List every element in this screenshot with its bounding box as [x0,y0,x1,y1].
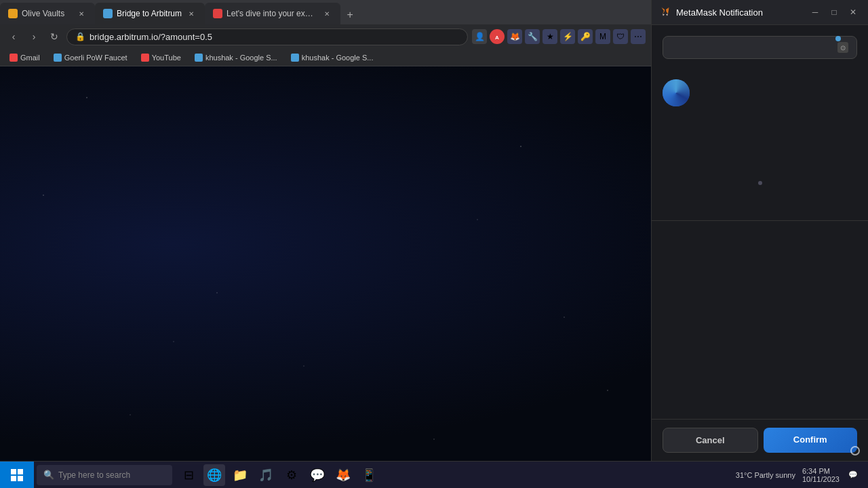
taskbar-icons: ⊟ 🌐 📁 🎵 ⚙ 💬 🦊 📱 [172,464,728,486]
search-icon: 🔍 [43,470,54,480]
back-button[interactable]: ‹ [5,28,22,45]
bookmark-favicon [141,54,149,62]
bookmark-label: khushak - Google S... [302,54,374,62]
bookmark-label: khushak - Google S... [205,54,277,62]
taskbar-icon6[interactable]: 📱 [358,464,380,486]
taskbar-icon4[interactable]: 💬 [307,464,328,486]
mm-divider [652,220,868,221]
taskbar: 🔍 Type here to search ⊟ 🌐 📁 🎵 ⚙ 💬 🦊 📱 31… [0,461,868,488]
reload-button[interactable]: ↻ [46,28,62,45]
minimize-button[interactable]: ─ [808,5,822,19]
ext9-icon[interactable]: ⋯ [631,29,646,44]
bookmark-khushak1[interactable]: khushak - Google S... [191,52,281,63]
confirm-inner: Confirm [770,434,851,445]
search-placeholder: Type here to search [58,470,130,480]
metamask-footer: Cancel Confirm [652,419,868,461]
bookmark-youtube[interactable]: YouTube [137,52,185,63]
tab-dive-experience[interactable]: Let's dive into your experience ✕ [205,3,340,24]
metamask-content: ⊙ [652,25,868,419]
ext3-icon[interactable]: 🔧 [525,29,540,44]
address-input[interactable]: 🔒 bridge.arbitrum.io/?amount=0.5 [66,28,468,45]
mm-title-container: MetaMask Notification [660,7,763,18]
bookmark-favicon [195,54,203,62]
metamask-title: MetaMask Notification [676,7,763,18]
metamask-panel: MetaMask Notification ─ □ ✕ ⊙ Cancel [651,0,868,461]
taskbar-icon2[interactable]: 🎵 [255,464,277,486]
ext2-icon[interactable]: 🦊 [507,29,522,44]
forward-button[interactable]: › [26,28,42,45]
ext8-icon[interactable]: 🛡 [613,29,628,44]
cancel-button[interactable]: Cancel [663,428,758,453]
tab-title: Olive Vaults [22,9,72,18]
time-display: 6:34 PM [802,467,830,475]
browser-window: Olive Vaults ✕ Bridge to Arbitrum ✕ Let'… [0,0,651,66]
metamask-icon [660,7,671,18]
address-bar: ‹ › ↻ 🔒 bridge.arbitrum.io/?amount=0.5 👤… [0,24,651,49]
taskbar-search[interactable]: 🔍 Type here to search [37,465,172,485]
taskbar-browser-icon[interactable]: 🌐 [203,464,225,486]
bookmark-label: Gmail [20,54,40,62]
metamask-title-bar: MetaMask Notification ─ □ ✕ [652,0,868,25]
ext4-icon[interactable]: ★ [542,29,557,44]
taskbar-right: 31°C Partly sunny 6:34 PM 10/11/2023 💬 [728,467,868,483]
mm-input-field[interactable]: ⊙ [663,36,857,59]
tab-title: Let's dive into your experience [226,9,317,18]
svg-text:A: A [495,35,499,41]
svg-marker-7 [666,14,668,16]
notification-center[interactable]: 💬 [846,468,860,482]
bookmark-khushak2[interactable]: khushak - Google S... [287,52,378,63]
svg-rect-9 [18,469,23,474]
bookmarks-bar: Gmail Goerli PoW Faucet YouTube khushak … [0,49,651,66]
taskbar-weather: 31°C Partly sunny [736,471,795,479]
url-text: bridge.arbitrum.io/?amount=0.5 [90,32,212,42]
svg-rect-11 [18,476,23,481]
bookmark-favicon [9,54,18,62]
cursor-indicator [850,446,860,455]
start-button[interactable] [0,462,34,489]
taskbar-icon1[interactable]: 📁 [229,464,251,486]
bookmark-goerli[interactable]: Goerli PoW Faucet [50,52,132,63]
svg-rect-8 [11,469,16,474]
confirm-button[interactable]: Confirm [764,428,858,453]
tab-close-btn[interactable]: ✕ [321,8,332,19]
tab-bar: Olive Vaults ✕ Bridge to Arbitrum ✕ Let'… [0,0,651,24]
center-indicator [758,181,762,185]
taskbar-task-view[interactable]: ⊟ [178,464,199,486]
svg-marker-6 [663,14,665,16]
taskbar-time: 6:34 PM 10/11/2023 [802,467,840,483]
tab-favicon [8,9,18,18]
date-display: 10/11/2023 [802,475,840,483]
maximize-button[interactable]: □ [827,5,841,19]
ext5-icon[interactable]: ⚡ [560,29,575,44]
svg-rect-10 [11,476,16,481]
taskbar-icon3[interactable]: ⚙ [281,464,302,486]
tab-title: Bridge to Arbitrum [117,9,182,18]
tab-favicon [213,9,222,18]
tab-bridge-arbitrum[interactable]: Bridge to Arbitrum ✕ [95,3,205,24]
bookmark-label: YouTube [152,54,181,62]
bookmark-favicon [291,54,299,62]
ext6-icon[interactable]: 🔑 [578,29,593,44]
field-icon: ⊙ [837,42,848,53]
notification-dot [835,36,841,41]
bookmark-label: Goerli PoW Faucet [64,54,127,62]
taskbar-icon5[interactable]: 🦊 [332,464,354,486]
new-tab-button[interactable]: + [340,5,359,24]
ext1-icon[interactable]: A [490,29,505,44]
metamask-avatar [663,79,690,106]
extension-icons: 👤 A 🦊 🔧 ★ ⚡ 🔑 M 🛡 ⋯ [472,29,646,44]
tab-close-btn[interactable]: ✕ [186,8,197,19]
avatar-graphic [663,79,690,106]
bookmark-gmail[interactable]: Gmail [5,52,44,63]
profile-icon[interactable]: 👤 [472,29,487,44]
mm-window-controls: ─ □ ✕ [808,5,860,19]
cancel-label: Cancel [696,435,725,445]
ext7-icon[interactable]: M [595,29,610,44]
tab-close-btn[interactable]: ✕ [76,8,87,19]
confirm-label: Confirm [793,434,827,445]
tab-favicon [103,9,113,18]
tab-olive-vaults[interactable]: Olive Vaults ✕ [0,3,95,24]
close-button[interactable]: ✕ [846,5,860,19]
bookmark-favicon [54,54,62,62]
